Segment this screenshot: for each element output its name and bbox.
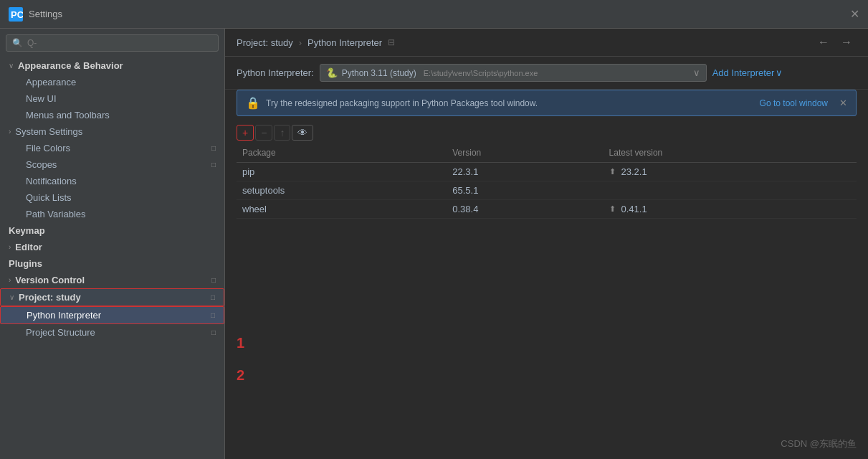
sidebar-item-notifications[interactable]: Notifications — [0, 173, 224, 189]
table-row[interactable]: pip 22.3.1 ⬆23.2.1 — [237, 163, 857, 181]
sidebar-item-keymap[interactable]: Keymap — [0, 222, 224, 239]
pin-icon: □ — [211, 161, 216, 169]
pkg-version: 22.3.1 — [447, 163, 603, 181]
pin-icon: □ — [211, 328, 216, 336]
sidebar: 🔍 ∨ Appearance & Behavior Appearance New… — [0, 29, 225, 459]
pin-icon: □ — [211, 276, 216, 284]
col-latest-version: Latest version — [604, 143, 857, 163]
sidebar-item-label: New UI — [26, 93, 57, 104]
chevron-icon: › — [9, 243, 11, 251]
breadcrumb-arrow: › — [299, 37, 302, 48]
sidebar-tree: ∨ Appearance & Behavior Appearance New U… — [0, 57, 224, 459]
breadcrumb-bar: Project: study › Python Interpreter ⊟ ← … — [225, 29, 868, 57]
sidebar-item-label: Quick Lists — [26, 192, 72, 203]
svg-text:PC: PC — [11, 9, 23, 20]
sidebar-item-label: Menus and Toolbars — [26, 110, 110, 120]
main-layout: 🔍 ∨ Appearance & Behavior Appearance New… — [0, 29, 868, 459]
add-package-button[interactable]: + — [237, 125, 254, 141]
table-row[interactable]: setuptools 65.5.1 — [237, 181, 857, 200]
col-version: Version — [447, 143, 603, 163]
sidebar-item-label: Version Control — [15, 275, 85, 285]
forward-button[interactable]: → — [836, 34, 857, 50]
banner-text: Try the redesigned packaging support in … — [266, 98, 754, 108]
banner-close-button[interactable]: ✕ — [839, 98, 847, 108]
package-table: Package Version Latest version pip 22.3.… — [237, 143, 857, 219]
sidebar-item-scopes[interactable]: Scopes □ — [0, 156, 224, 173]
sidebar-item-label: Path Variables — [26, 209, 86, 219]
interpreter-row: Python Interpreter: 🐍 Python 3.11 (study… — [225, 57, 868, 90]
sidebar-item-quick-lists[interactable]: Quick Lists — [0, 189, 224, 206]
search-input[interactable] — [27, 38, 212, 48]
add-interpreter-arrow: ∨ — [776, 67, 783, 78]
watermark: CSDN @东眠的鱼 — [781, 437, 857, 450]
pkg-version: 0.38.4 — [447, 200, 603, 219]
sidebar-item-label: Editor — [15, 242, 42, 252]
sidebar-item-file-colors[interactable]: File Colors □ — [0, 140, 224, 156]
pin-icon: □ — [211, 144, 216, 152]
breadcrumb-parent: Project: study — [237, 37, 293, 48]
content-area: Project: study › Python Interpreter ⊟ ← … — [225, 29, 868, 459]
sidebar-item-label: System Settings — [15, 126, 82, 137]
sidebar-item-project-study[interactable]: ∨ Project: study □ — [0, 288, 224, 306]
back-button[interactable]: ← — [814, 34, 834, 50]
breadcrumb-nav: ← → — [814, 34, 857, 50]
pin-icon: □ — [211, 311, 215, 319]
sidebar-item-new-ui[interactable]: New UI — [0, 90, 224, 107]
banner-lock-icon: 🔒 — [246, 96, 260, 110]
table-row[interactable]: wheel 0.38.4 ⬆0.41.1 — [237, 200, 857, 219]
chevron-icon: › — [9, 128, 11, 136]
chevron-icon: ∨ — [9, 62, 14, 70]
sidebar-item-label: Plugins — [9, 258, 42, 269]
app-icon: PC — [9, 7, 23, 22]
info-banner: 🔒 Try the redesigned packaging support i… — [237, 90, 857, 116]
col-package: Package — [237, 143, 447, 163]
sidebar-item-menus-toolbars[interactable]: Menus and Toolbars — [0, 107, 224, 123]
sidebar-item-label: Scopes — [26, 159, 57, 170]
banner-link[interactable]: Go to tool window — [760, 98, 828, 108]
title-bar: PC Settings ✕ — [0, 0, 868, 29]
interpreter-name: Python 3.11 (study) — [342, 68, 416, 78]
remove-package-button[interactable]: − — [255, 125, 272, 141]
python-icon: 🐍 — [326, 67, 338, 78]
sidebar-item-path-variables[interactable]: Path Variables — [0, 206, 224, 222]
package-table-container: Package Version Latest version pip 22.3.… — [225, 143, 868, 459]
pkg-version: 65.5.1 — [447, 181, 603, 200]
sidebar-item-label: File Colors — [26, 143, 70, 153]
sidebar-item-plugins[interactable]: Plugins — [0, 255, 224, 272]
pkg-name: wheel — [237, 200, 447, 219]
package-toolbar: + − ↑ 👁 — [225, 122, 868, 143]
pkg-name: pip — [237, 163, 447, 181]
interpreter-dropdown[interactable]: 🐍 Python 3.11 (study) E:\study\venv\Scri… — [320, 64, 707, 82]
sidebar-item-label: Project: study — [19, 292, 81, 303]
eye-button[interactable]: 👁 — [292, 125, 313, 141]
sidebar-item-label: Notifications — [26, 176, 77, 186]
pin-icon: □ — [211, 293, 215, 301]
pkg-latest — [604, 181, 857, 200]
pkg-latest: ⬆0.41.1 — [604, 200, 857, 219]
sidebar-item-label: Keymap — [9, 225, 45, 236]
add-interpreter-button[interactable]: Add Interpreter ∨ — [712, 67, 783, 78]
sidebar-item-system-settings[interactable]: › System Settings — [0, 123, 224, 140]
dropdown-arrow-icon: ∨ — [693, 67, 700, 78]
breadcrumb-current: Python Interpreter — [307, 37, 382, 48]
up-package-button[interactable]: ↑ — [274, 125, 290, 141]
chevron-icon: ∨ — [9, 293, 14, 301]
sidebar-item-label: Python Interpreter — [27, 310, 101, 321]
sidebar-item-project-structure[interactable]: Project Structure □ — [0, 324, 224, 341]
sidebar-item-python-interpreter[interactable]: Python Interpreter □ — [0, 306, 224, 324]
pkg-latest: ⬆23.2.1 — [604, 163, 857, 181]
interpreter-label: Python Interpreter: — [237, 67, 314, 78]
sidebar-item-appearance-behavior[interactable]: ∨ Appearance & Behavior — [0, 57, 224, 74]
sidebar-item-label: Project Structure — [26, 327, 95, 338]
add-interpreter-label: Add Interpreter — [712, 67, 775, 78]
close-button[interactable]: ✕ — [850, 7, 859, 21]
search-icon: 🔍 — [12, 38, 23, 48]
sidebar-item-appearance[interactable]: Appearance — [0, 74, 224, 90]
sidebar-item-version-control[interactable]: › Version Control □ — [0, 272, 224, 288]
breadcrumb-pin[interactable]: ⊟ — [388, 37, 395, 47]
sidebar-item-label: Appearance — [26, 77, 76, 87]
search-box[interactable]: 🔍 — [6, 34, 219, 52]
window-title: Settings — [29, 9, 62, 19]
sidebar-item-editor[interactable]: › Editor — [0, 239, 224, 255]
sidebar-item-label: Appearance & Behavior — [18, 60, 123, 71]
